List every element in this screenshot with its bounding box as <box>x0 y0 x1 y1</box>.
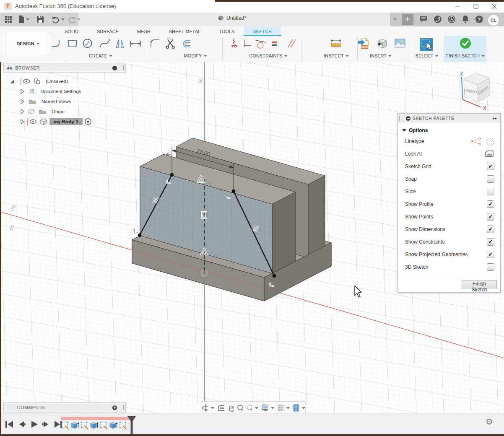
timeline-feature-sketch[interactable] <box>61 421 70 430</box>
radio-selected-icon[interactable] <box>84 118 92 125</box>
new-tab-button[interactable]: + <box>402 14 413 25</box>
undo-button[interactable] <box>51 14 65 24</box>
play-button[interactable] <box>29 419 39 429</box>
checkbox-3d-sketch[interactable] <box>487 263 494 271</box>
fillet-tool-icon[interactable] <box>149 37 161 50</box>
create-group-label[interactable]: CREATE <box>89 53 112 58</box>
modify-group-label[interactable]: MODIFY <box>184 53 207 58</box>
view-cube[interactable]: Z X FRONT RIGHT TOP <box>460 62 490 111</box>
checkbox-show-profile[interactable]: ✓ <box>487 200 494 208</box>
avatar[interactable]: CL <box>488 14 499 26</box>
timeline-item-2-extrude[interactable] <box>71 421 79 430</box>
panel-grip[interactable] <box>121 405 124 410</box>
hide-panel-icon[interactable] <box>406 116 410 121</box>
grid-settings-icon[interactable] <box>277 404 283 412</box>
sketch-palette-header[interactable]: SKETCH PALETTE ▸▸ <box>398 114 500 123</box>
inspect-group-label[interactable]: INSPECT <box>324 53 349 58</box>
eye-off-icon[interactable] <box>28 109 35 114</box>
mirror-tool-icon[interactable] <box>114 37 126 50</box>
parallel-constraint-icon[interactable] <box>284 37 297 50</box>
extensions-icon[interactable] <box>433 15 442 24</box>
rectangle-tool-icon[interactable] <box>67 37 78 50</box>
viewports-icon[interactable] <box>293 404 299 412</box>
select-tool-icon[interactable] <box>419 37 434 52</box>
display-settings-icon[interactable] <box>261 404 268 412</box>
document-tab[interactable]: Untitled* <box>218 15 246 21</box>
add-comment-icon[interactable] <box>112 405 117 410</box>
dropdown-caret-icon[interactable] <box>211 407 214 409</box>
collapse-right-icon[interactable]: ▸▸ <box>493 116 497 120</box>
comments-icon[interactable] <box>419 15 428 24</box>
eye-icon[interactable] <box>23 79 30 84</box>
fix-constraint-icon[interactable] <box>229 37 240 50</box>
finish-sketch-palette-button[interactable]: Finish Sketch <box>462 280 497 289</box>
tab-sheet-metal[interactable]: SHEET METAL <box>160 26 210 36</box>
canvas-icon[interactable] <box>394 37 406 50</box>
collapsed-arrow-icon[interactable] <box>19 99 25 104</box>
redo-button[interactable] <box>67 14 81 24</box>
finish-sketch-group-label[interactable]: FINISH SKETCH <box>446 53 485 58</box>
browser-item-origin[interactable]: Origin <box>3 106 126 117</box>
viewport[interactable]: -75 -50 50 <box>0 62 504 413</box>
insert-group-label[interactable]: INSERT <box>370 53 392 58</box>
construction-linetype-icon[interactable] <box>471 137 482 145</box>
sketch-dimension-tool-icon[interactable] <box>129 37 142 50</box>
timeline-item-7-sketch[interactable] <box>119 421 127 430</box>
timeline-rollback-bar[interactable] <box>61 417 130 420</box>
browser-item-named-views[interactable]: Named Views <box>3 96 126 106</box>
recent-clock-icon[interactable] <box>447 15 456 24</box>
tab-tools[interactable]: TOOLS <box>210 26 244 36</box>
pan-icon[interactable] <box>227 404 234 412</box>
save-button[interactable] <box>36 14 44 24</box>
horizontal-vertical-constraint-icon[interactable] <box>242 37 253 50</box>
expanded-arrow-icon[interactable] <box>9 78 15 84</box>
checkbox-show-dimensions[interactable]: ✓ <box>487 226 494 233</box>
options-section-header[interactable]: Options <box>398 123 500 135</box>
checkbox-show-projected-geometries[interactable]: ✓ <box>487 251 494 258</box>
timeline-item-6-extrude[interactable] <box>109 421 118 430</box>
circle-tool-icon[interactable] <box>82 37 94 50</box>
tab-sketch[interactable]: SKETCH <box>244 26 281 36</box>
timeline-feature-sketch[interactable] <box>119 421 127 430</box>
notifications-bell-icon[interactable] <box>461 15 470 24</box>
browser-item-my-body[interactable]: my Body:1 <box>3 117 126 127</box>
projection-linetype-icon[interactable] <box>485 137 494 145</box>
workspace-selector[interactable]: DESIGN <box>6 32 50 55</box>
tab-mesh[interactable]: MESH <box>128 26 160 36</box>
browser-item-unsaved[interactable]: (Unsaved) <box>3 76 126 86</box>
look-at-icon[interactable] <box>484 150 494 158</box>
help-icon[interactable]: ? <box>475 15 484 24</box>
checkbox-show-constraints[interactable]: ✓ <box>487 238 494 246</box>
app-grid-icon[interactable] <box>4 14 13 24</box>
look-at-icon[interactable] <box>217 404 224 412</box>
hide-panel-icon[interactable] <box>112 66 117 70</box>
timeline-feature-extrude[interactable] <box>71 421 79 430</box>
step-back-button[interactable] <box>16 419 26 429</box>
line-tool-icon[interactable] <box>52 37 63 50</box>
dropdown-caret-icon[interactable] <box>255 407 258 409</box>
timeline-item-4-extrude[interactable] <box>90 421 99 430</box>
checkbox-show-points[interactable]: ✓ <box>487 213 494 221</box>
timeline-feature-extrude[interactable] <box>109 421 118 430</box>
step-forward-button[interactable] <box>41 419 51 429</box>
equal-constraint-icon[interactable] <box>268 37 280 50</box>
eye-icon[interactable] <box>29 119 37 124</box>
browser-item-document-settings[interactable]: ⚙ Document Settings <box>3 86 126 96</box>
comments-header[interactable]: COMMENTS <box>3 402 126 413</box>
panel-grip[interactable] <box>399 116 402 121</box>
checkbox-sketch-grid[interactable]: ✓ <box>487 163 494 170</box>
collapsed-arrow-icon[interactable] <box>19 119 25 125</box>
minimize-button[interactable] <box>451 2 464 11</box>
measure-tool-icon[interactable] <box>330 37 342 50</box>
dropdown-caret-icon[interactable] <box>286 407 290 409</box>
select-group-label[interactable]: SELECT <box>416 53 439 58</box>
spline-tool-icon[interactable] <box>99 37 111 50</box>
timeline-feature-sketch[interactable] <box>81 421 89 430</box>
panel-grip[interactable] <box>121 65 124 70</box>
collapse-panel-icon[interactable]: ◀◀ <box>6 66 12 70</box>
timeline-item-5-sketch[interactable] <box>100 421 108 430</box>
collapsed-arrow-icon[interactable] <box>19 88 25 94</box>
timeline-feature-extrude[interactable] <box>90 421 99 430</box>
settings-gear-icon[interactable]: ⚙ <box>486 417 493 427</box>
offset-tool-icon[interactable] <box>180 37 192 50</box>
